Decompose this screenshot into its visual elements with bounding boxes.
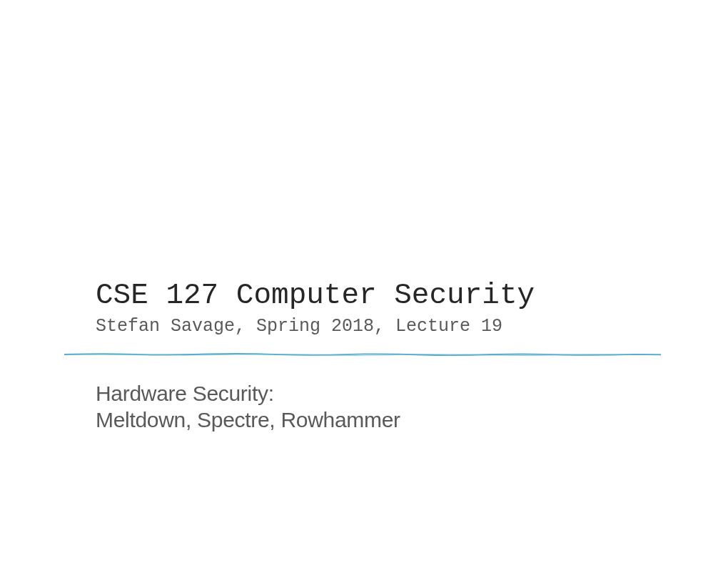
slide-topic: Hardware Security: Meltdown, Spectre, Ro… bbox=[96, 381, 652, 433]
divider-line bbox=[64, 352, 661, 357]
topic-line-2: Meltdown, Spectre, Rowhammer bbox=[96, 407, 652, 434]
slide-subtitle: Stefan Savage, Spring 2018, Lecture 19 bbox=[96, 316, 652, 337]
slide-content: CSE 127 Computer Security Stefan Savage,… bbox=[96, 280, 652, 433]
topic-line-1: Hardware Security: bbox=[96, 381, 652, 407]
slide-title: CSE 127 Computer Security bbox=[96, 280, 652, 312]
